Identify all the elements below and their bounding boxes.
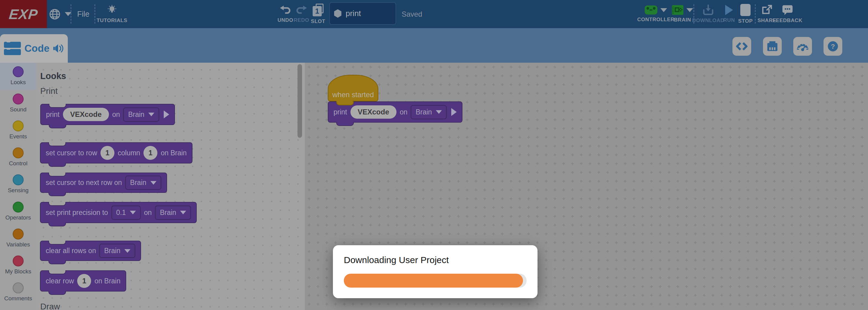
expand-arrow-icon[interactable] xyxy=(164,111,169,118)
feedback-icon xyxy=(782,4,793,16)
feedback-label: FEEDBACK xyxy=(773,18,802,24)
progress-track xyxy=(344,274,527,288)
brain-dropdown[interactable]: Brain xyxy=(99,244,135,258)
run-label: RUN xyxy=(723,17,735,23)
looks-color-dot xyxy=(13,66,24,77)
speaker-icon[interactable] xyxy=(53,43,64,54)
sound-color-dot xyxy=(13,94,24,104)
redo-label: REDO xyxy=(293,17,309,23)
sidebar-item-looks[interactable]: Looks xyxy=(0,64,36,91)
operators-color-dot xyxy=(13,202,24,213)
sidebar-item-myblocks[interactable]: My Blocks xyxy=(0,253,36,280)
chevron-down-icon xyxy=(124,249,130,253)
sidebar-item-sound[interactable]: Sound xyxy=(0,91,36,118)
question-icon: ? xyxy=(827,40,839,52)
number-input[interactable]: 1 xyxy=(100,146,115,160)
block-clear-all[interactable]: clear all rows on Brain xyxy=(40,241,141,261)
block-precision[interactable]: set print precision to 0.1 on Brain xyxy=(40,202,197,223)
file-menu-label: File xyxy=(77,10,89,19)
feedback-button[interactable]: FEEDBACK xyxy=(772,0,803,28)
canvas-block-print[interactable]: print VEXcode on Brain xyxy=(328,101,462,123)
exp-logo-text: EXP xyxy=(8,6,39,22)
tutorials-label: TUTORIALS xyxy=(97,18,127,24)
control-color-dot xyxy=(13,148,24,158)
top-toolbar: EXP File TUTORIALS UNDO xyxy=(0,0,868,28)
file-menu[interactable]: File xyxy=(77,0,89,28)
undo-icon xyxy=(280,5,291,15)
brain-dropdown[interactable]: Brain xyxy=(155,206,191,220)
block-set-cursor[interactable]: set cursor to row 1 column 1 on Brain xyxy=(40,142,192,163)
block-palette: Looks Print print VEXcode on Brain set c… xyxy=(36,63,305,310)
run-button[interactable]: RUN xyxy=(720,0,738,28)
separator xyxy=(755,4,756,24)
sidebar-item-comments[interactable]: Comments xyxy=(0,280,36,307)
view-toolbar: Code xyxy=(0,28,868,63)
myblocks-color-dot xyxy=(13,255,24,267)
sidebar-item-events[interactable]: Events xyxy=(0,118,36,145)
blocks-icon xyxy=(4,42,21,55)
run-icon xyxy=(725,5,733,15)
chevron-down-icon xyxy=(660,8,667,12)
brain-icon xyxy=(672,5,683,15)
brain-label: BRAIN xyxy=(674,17,691,23)
brain-dropdown[interactable]: Brain xyxy=(123,107,159,122)
slot-label: SLOT xyxy=(311,19,325,25)
progress-fill xyxy=(344,274,523,288)
chevron-down-icon xyxy=(130,211,136,214)
download-icon xyxy=(703,4,714,16)
text-input[interactable]: VEXcode xyxy=(63,108,109,121)
chevron-down-icon xyxy=(436,110,442,114)
expand-arrow-icon[interactable] xyxy=(451,108,457,116)
precision-dropdown[interactable]: 0.1 xyxy=(112,206,141,220)
share-icon xyxy=(762,4,772,16)
stop-label: STOP xyxy=(738,18,753,24)
gauge-icon xyxy=(796,41,809,52)
stop-button[interactable]: STOP xyxy=(736,0,754,28)
hat-dome xyxy=(328,75,378,89)
tutorials-button[interactable]: TUTORIALS xyxy=(97,0,126,28)
device-info-button[interactable] xyxy=(763,37,782,56)
globe-icon xyxy=(49,8,61,21)
download-progress-dialog: Downloading User Project xyxy=(333,245,537,298)
when-started-block[interactable]: when started xyxy=(328,75,378,101)
help-button[interactable]: ? xyxy=(824,37,842,56)
text-input[interactable]: VEXcode xyxy=(350,105,397,119)
lightbulb-icon xyxy=(107,4,117,16)
slot-icon: 1 xyxy=(313,4,323,17)
variables-color-dot xyxy=(13,228,24,240)
palette-section-title: Looks xyxy=(40,71,66,81)
tab-code[interactable]: Code xyxy=(0,34,68,63)
block-next-row[interactable]: set cursor to next row on Brain xyxy=(40,173,167,193)
block-clear-row[interactable]: clear row 1 on Brain xyxy=(40,270,126,291)
sidebar-item-operators[interactable]: Operators xyxy=(0,199,36,226)
sidebar-item-control[interactable]: Control xyxy=(0,145,36,172)
palette-scrollbar[interactable] xyxy=(298,64,302,138)
hexagon-icon xyxy=(334,9,341,18)
stop-icon xyxy=(740,4,751,16)
brain-dropdown[interactable]: Brain xyxy=(125,176,161,190)
sidebar-item-sensing[interactable]: Sensing xyxy=(0,172,36,198)
block-print[interactable]: print VEXcode on Brain xyxy=(40,104,175,125)
comments-color-dot xyxy=(13,282,24,293)
dialog-title: Downloading User Project xyxy=(344,255,449,265)
events-color-dot xyxy=(13,121,24,131)
save-status-text: Saved xyxy=(402,10,422,19)
project-name-field[interactable]: print xyxy=(329,2,396,25)
code-viewer-button[interactable] xyxy=(733,37,751,56)
number-input[interactable]: 1 xyxy=(144,146,157,160)
brain-dropdown[interactable]: Brain xyxy=(411,105,447,119)
chevron-down-icon xyxy=(180,211,186,214)
slot-button[interactable]: 1 SLOT xyxy=(308,0,328,28)
project-name: print xyxy=(346,9,361,18)
dashboard-button[interactable] xyxy=(793,37,812,56)
block-categories: Looks Sound Events Control Sensing Opera… xyxy=(0,63,36,310)
svg-text:?: ? xyxy=(831,43,835,50)
controller-icon xyxy=(645,5,657,14)
brain-device-icon xyxy=(766,40,778,52)
number-input[interactable]: 1 xyxy=(77,274,91,288)
sidebar-item-variables[interactable]: Variables xyxy=(0,226,36,253)
slot-number: 1 xyxy=(315,7,319,16)
palette-group-print: Print xyxy=(40,86,58,96)
download-label: DOWNLOAD xyxy=(692,18,724,24)
language-menu[interactable] xyxy=(49,0,71,28)
